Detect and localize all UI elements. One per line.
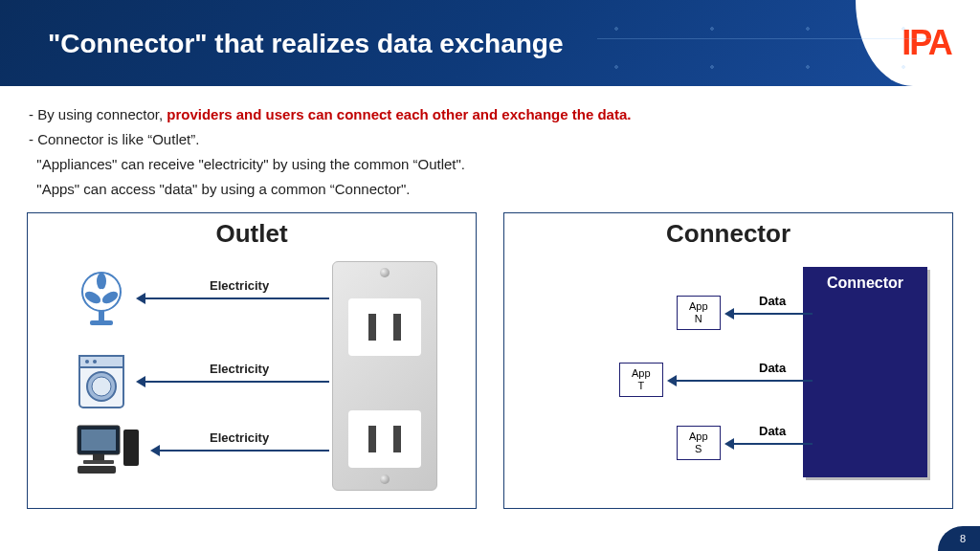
app-t-l2: T: [637, 380, 644, 391]
connector-panel: Connector Connector App N App T App S Da…: [503, 212, 953, 509]
logo-text: IPA: [902, 23, 950, 63]
svg-point-13: [92, 377, 111, 396]
washer-icon: [76, 352, 128, 415]
outlet-panel-title: Outlet: [28, 213, 476, 253]
slot-icon: [393, 314, 401, 341]
data-label: Data: [759, 361, 786, 375]
arrow-icon: [726, 443, 813, 445]
logo-badge: IPA: [856, 0, 980, 86]
app-box-n: App N: [677, 296, 721, 330]
outlet-plate: [332, 261, 437, 491]
svg-rect-15: [81, 430, 116, 451]
slot-icon: [368, 426, 376, 452]
slot-icon: [368, 314, 376, 341]
svg-rect-16: [93, 454, 104, 460]
data-label: Data: [759, 294, 786, 308]
arrow-icon: [669, 380, 813, 382]
connector-box: Connector: [803, 267, 927, 477]
bullet-line-2: - Connector is like “Outlet”.: [29, 128, 951, 151]
app-t-l1: App: [632, 367, 651, 379]
svg-point-11: [93, 360, 97, 364]
data-label: Data: [759, 424, 786, 438]
arrow-icon: [138, 381, 329, 383]
pc-icon: [76, 424, 143, 480]
panels-row: Outlet: [0, 212, 980, 509]
app-s-l2: S: [695, 443, 702, 454]
svg-rect-6: [99, 311, 104, 320]
electricity-label: Electricity: [210, 362, 269, 376]
arrow-icon: [138, 298, 329, 299]
electricity-label: Electricity: [210, 430, 269, 445]
slot-icon: [393, 426, 401, 452]
page-number: 8: [960, 533, 966, 544]
app-n-l2: N: [695, 313, 702, 324]
body-text-block: - By using connector, providers and user…: [0, 86, 980, 212]
connector-panel-title: Connector: [504, 213, 952, 253]
app-box-t: App T: [619, 363, 663, 397]
arrow-icon: [152, 450, 329, 452]
app-box-s: App S: [677, 426, 721, 460]
svg-point-10: [85, 360, 89, 364]
bullet1-lead: - By using connector,: [29, 106, 167, 122]
svg-point-5: [99, 289, 104, 295]
svg-point-2: [97, 273, 106, 290]
slide-title: "Connector" that realizes data exchange: [0, 0, 980, 59]
svg-rect-17: [83, 460, 114, 464]
svg-rect-19: [78, 466, 116, 474]
page-number-badge: 8: [938, 526, 980, 551]
arrow-icon: [726, 313, 813, 315]
slide-header: "Connector" that realizes data exchange …: [0, 0, 980, 86]
svg-rect-7: [90, 320, 113, 325]
socket-icon: [348, 298, 421, 356]
bullet1-highlight: providers and users can connect each oth…: [167, 106, 631, 122]
bullet-line-3: "Appliances" can receive "electricity" b…: [29, 153, 951, 176]
screw-icon: [380, 268, 390, 277]
app-s-l1: App: [689, 430, 708, 442]
bullet-line-1: - By using connector, providers and user…: [29, 103, 951, 126]
outlet-panel: Outlet: [27, 212, 477, 509]
svg-rect-18: [123, 430, 139, 466]
connector-box-label: Connector: [827, 275, 903, 292]
screw-icon: [380, 474, 390, 484]
socket-icon: [348, 410, 421, 468]
bullet-line-4: "Apps" can access "data" by using a comm…: [29, 178, 951, 201]
electricity-label: Electricity: [210, 278, 269, 293]
app-n-l1: App: [689, 300, 708, 312]
fan-icon: [76, 271, 128, 332]
